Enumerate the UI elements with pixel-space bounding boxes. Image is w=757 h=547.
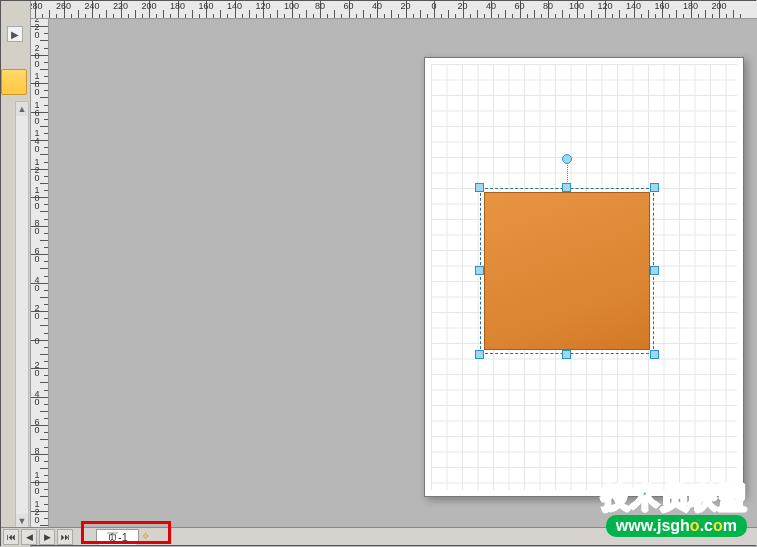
ruler-v-label: 80 <box>32 218 42 234</box>
ruler-v-label: 20 <box>32 360 42 376</box>
resize-handle-ne[interactable] <box>650 183 659 192</box>
ruler-v-label: 200 <box>32 43 42 67</box>
scroll-down-icon[interactable]: ▼ <box>16 514 28 528</box>
ruler-v-label: 120 <box>32 157 42 181</box>
drawing-page[interactable] <box>424 57 744 497</box>
tab-nav-prev[interactable]: ◀ <box>21 529 37 545</box>
ruler-h-label: 120 <box>597 1 612 11</box>
ruler-v-label: 80 <box>32 446 42 462</box>
ruler-v-label: 160 <box>32 100 42 124</box>
resize-handle-sw[interactable] <box>475 350 484 359</box>
ruler-h-label: 280 <box>31 1 43 11</box>
ruler-v-label: 220 <box>32 19 42 38</box>
ruler-h-label: 20 <box>400 1 410 11</box>
ruler-v-label: 120 <box>32 499 42 523</box>
rotation-connector <box>567 162 568 184</box>
sidebar-expand-button[interactable]: ▶ <box>7 26 23 42</box>
shape-swatch[interactable] <box>1 69 27 95</box>
tab-nav-last[interactable]: ⏭ <box>57 529 73 545</box>
ruler-v-label: 40 <box>32 389 42 405</box>
selected-shape-group[interactable] <box>480 188 654 354</box>
ruler-v-label: 60 <box>32 417 42 433</box>
ruler-v-label: 100 <box>32 185 42 209</box>
ruler-h-label: 180 <box>683 1 698 11</box>
sidebar-scrollbar[interactable]: ▲ ▼ <box>15 101 29 529</box>
annotation-highlight <box>81 521 171 544</box>
ruler-h-label: 60 <box>514 1 524 11</box>
ruler-h-label: 240 <box>84 1 99 11</box>
vertical-ruler[interactable]: 2202001801601401201008060402002040608010… <box>31 19 49 529</box>
ruler-h-label: 40 <box>372 1 382 11</box>
tab-nav-first[interactable]: ⏮ <box>3 529 19 545</box>
ruler-v-label: 0 <box>32 336 42 344</box>
ruler-v-label: 100 <box>32 470 42 494</box>
ruler-v-label: 40 <box>32 275 42 291</box>
ruler-h-label: 40 <box>486 1 496 11</box>
resize-handle-nw[interactable] <box>475 183 484 192</box>
horizontal-ruler[interactable]: 2802602402202001801601401201008060402002… <box>31 1 757 19</box>
ruler-v-label: 180 <box>32 71 42 95</box>
ruler-h-label: 200 <box>141 1 156 11</box>
resize-handle-n[interactable] <box>562 183 571 192</box>
left-sidebar: ▶ ▲ ▼ <box>1 1 31 547</box>
ruler-h-label: 140 <box>227 1 242 11</box>
scroll-up-icon[interactable]: ▲ <box>16 102 28 116</box>
ruler-h-label: 160 <box>654 1 669 11</box>
resize-handle-e[interactable] <box>650 266 659 275</box>
ruler-v-label: 140 <box>32 128 42 152</box>
resize-handle-w[interactable] <box>475 266 484 275</box>
ruler-h-label: 180 <box>170 1 185 11</box>
tab-nav-next[interactable]: ▶ <box>39 529 55 545</box>
rotation-handle[interactable] <box>562 154 572 164</box>
ruler-h-label: 100 <box>284 1 299 11</box>
ruler-h-label: 220 <box>113 1 128 11</box>
ruler-h-label: 100 <box>569 1 584 11</box>
rectangle-shape[interactable] <box>484 192 650 350</box>
canvas-workarea[interactable] <box>49 19 757 529</box>
resize-handle-s[interactable] <box>562 350 571 359</box>
ruler-h-label: 140 <box>626 1 641 11</box>
ruler-v-label: 20 <box>32 303 42 319</box>
ruler-h-label: 120 <box>255 1 270 11</box>
ruler-h-label: 0 <box>431 1 436 11</box>
ruler-h-label: 60 <box>343 1 353 11</box>
app-window: ▶ ▲ ▼ 2802602402202001801601401201008060… <box>0 0 756 546</box>
ruler-h-label: 80 <box>543 1 553 11</box>
ruler-h-label: 20 <box>457 1 467 11</box>
resize-handle-se[interactable] <box>650 350 659 359</box>
ruler-v-label: 60 <box>32 246 42 262</box>
ruler-h-label: 80 <box>315 1 325 11</box>
ruler-h-label: 200 <box>711 1 726 11</box>
ruler-h-label: 160 <box>198 1 213 11</box>
ruler-h-label: 260 <box>56 1 71 11</box>
